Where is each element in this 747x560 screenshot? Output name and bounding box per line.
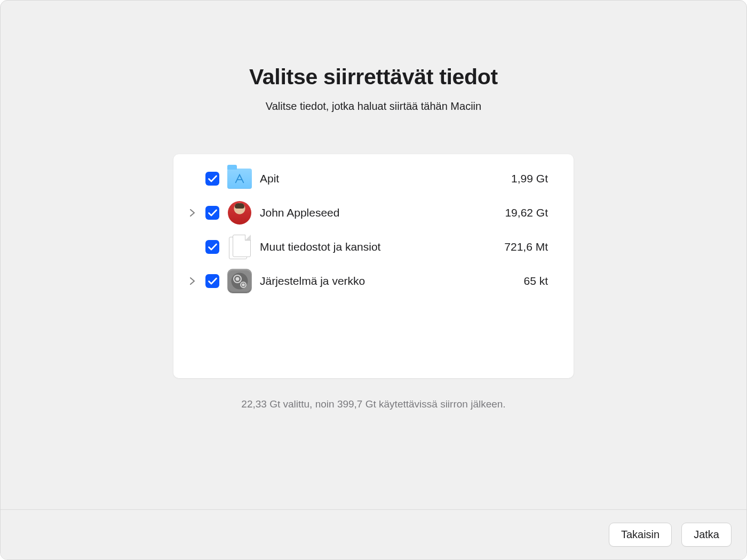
list-item[interactable]: Apit 1,99 Gt [181, 162, 548, 196]
back-button[interactable]: Takaisin [609, 523, 672, 547]
svg-point-1 [236, 278, 239, 281]
checkmark-icon [208, 175, 217, 182]
svg-point-3 [242, 284, 244, 286]
checkbox-system[interactable] [205, 274, 219, 288]
chevron-right-icon [189, 209, 195, 217]
disclosure-toggle[interactable] [186, 277, 198, 285]
user-avatar-icon [227, 200, 252, 226]
checkbox-apps[interactable] [205, 172, 219, 186]
page-title: Valitse siirrettävät tiedot [249, 65, 498, 90]
selection-summary: 22,33 Gt valittu, noin 399,7 Gt käytettä… [241, 398, 505, 410]
data-selection-panel: Apit 1,99 Gt John Appleseed 19,62 Gt [173, 154, 574, 378]
item-label: Järjestelmä ja verkko [260, 275, 516, 287]
checkmark-icon [208, 277, 217, 285]
disclosure-toggle[interactable] [186, 209, 198, 217]
continue-button[interactable]: Jatka [681, 523, 732, 547]
list-item[interactable]: John Appleseed 19,62 Gt [181, 196, 548, 230]
item-size: 65 kt [523, 275, 548, 287]
list-item[interactable]: Järjestelmä ja verkko 65 kt [181, 264, 548, 298]
checkmark-icon [208, 209, 217, 217]
item-size: 721,6 Mt [504, 241, 548, 253]
footer-bar: Takaisin Jatka [1, 509, 746, 559]
content-area: Valitse siirrettävät tiedot Valitse tied… [1, 1, 746, 509]
page-subtitle: Valitse tiedot, jotka haluat siirtää täh… [266, 100, 481, 113]
checkbox-user[interactable] [205, 206, 219, 220]
item-size: 1,99 Gt [511, 172, 548, 185]
item-label: Muut tiedostot ja kansiot [260, 241, 497, 253]
checkbox-other-files[interactable] [205, 240, 219, 254]
gear-icon [231, 272, 249, 290]
item-label: John Appleseed [260, 206, 497, 219]
list-item[interactable]: Muut tiedostot ja kansiot 721,6 Mt [181, 230, 548, 264]
system-preferences-icon [227, 268, 252, 294]
apps-folder-icon [227, 166, 252, 191]
item-size: 19,62 Gt [505, 206, 548, 219]
chevron-right-icon [189, 277, 195, 285]
migration-assistant-window: Valitse siirrettävät tiedot Valitse tied… [0, 0, 747, 560]
item-label: Apit [260, 172, 504, 185]
checkmark-icon [208, 243, 217, 251]
documents-icon [227, 234, 252, 260]
